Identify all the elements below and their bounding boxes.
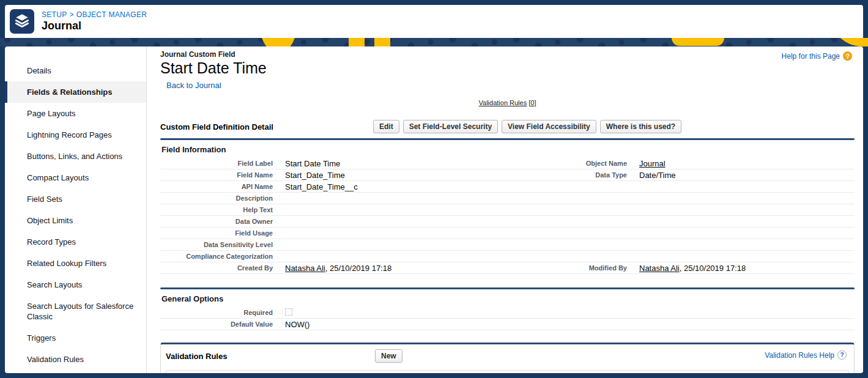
sidebar-item-related-lookup-filters[interactable]: Related Lookup Filters <box>5 253 146 274</box>
sidebar-item-page-layouts[interactable]: Page Layouts <box>5 103 146 124</box>
view-field-accessibility-button[interactable]: View Field Accessibility <box>502 120 596 133</box>
table-row: Default Value NOW() <box>160 319 855 330</box>
table-row: API Name Start_Date_Time__c <box>160 181 855 193</box>
detail-section-heading: Custom Field Definition Detail <box>160 122 373 132</box>
decorative-banner <box>0 38 868 46</box>
table-row: Field Label Start Date Time Object Name … <box>160 158 855 169</box>
object-manager-logo <box>10 9 34 34</box>
sidebar-item-lightning-record-pages[interactable]: Lightning Record Pages <box>5 124 146 146</box>
object-manager-sidebar: Details Fields & Relationships Page Layo… <box>5 46 147 373</box>
field-usage-label: Field Usage <box>160 229 275 237</box>
sidebar-item-buttons-links-actions[interactable]: Buttons, Links, and Actions <box>5 146 146 167</box>
new-validation-rule-button[interactable]: New <box>375 349 402 363</box>
set-field-level-security-button[interactable]: Set Field-Level Security <box>403 120 498 133</box>
data-type-label: Data Type <box>505 171 627 179</box>
sidebar-item-object-limits[interactable]: Object Limits <box>5 210 146 231</box>
no-validation-rules-message: No validation rules defined. <box>166 370 849 373</box>
compliance-categorization-label: Compliance Categorization <box>160 253 275 260</box>
help-text-label: Help Text <box>160 206 275 213</box>
field-label-label: Field Label <box>160 160 275 167</box>
table-row: Compliance Categorization <box>160 251 855 262</box>
sidebar-item-validation-rules[interactable]: Validation Rules <box>5 349 146 370</box>
setup-header: SETUP>OBJECT MANAGER Journal <box>5 5 863 38</box>
sidebar-item-field-sets[interactable]: Field Sets <box>5 188 146 210</box>
table-row: Data Sensitivity Level <box>160 239 855 251</box>
help-question-icon[interactable]: ? <box>843 51 852 61</box>
field-name-label: Field Name <box>160 171 275 179</box>
breadcrumb-setup[interactable]: SETUP <box>42 10 67 19</box>
sidebar-item-compact-layouts[interactable]: Compact Layouts <box>5 167 146 188</box>
table-row: Created By Natasha Ali, 25/10/2019 17:18… <box>160 262 855 274</box>
required-checkbox <box>285 308 292 316</box>
sidebar-item-details[interactable]: Details <box>5 60 146 81</box>
banner-yellow-bar <box>349 38 365 46</box>
journal-object-link[interactable]: Journal <box>639 159 666 168</box>
page-eyebrow: Journal Custom Field <box>160 50 855 59</box>
validation-rules-panel: Validation Rules New Validation Rules He… <box>160 343 855 373</box>
table-row: Help Text <box>160 204 855 216</box>
object-title: Journal <box>42 20 147 32</box>
field-information-heading: Field Information <box>160 140 855 158</box>
description-label: Description <box>160 195 275 202</box>
breadcrumb-object-manager[interactable]: OBJECT MANAGER <box>76 10 147 19</box>
api-name-label: API Name <box>160 183 275 190</box>
banner-dots-pattern <box>0 38 868 46</box>
required-label: Required <box>160 309 275 316</box>
validation-rules-heading: Validation Rules <box>166 352 375 361</box>
modified-by-datetime: , 25/10/2019 17:18 <box>680 264 746 273</box>
sidebar-item-search-layouts[interactable]: Search Layouts <box>5 274 146 295</box>
default-value: NOW() <box>275 320 505 329</box>
back-to-journal-link[interactable]: Back to Journal <box>166 81 221 90</box>
default-value-label: Default Value <box>160 321 275 328</box>
sidebar-item-search-layouts-classic[interactable]: Search Layouts for Salesforce Classic <box>5 295 146 327</box>
breadcrumb: SETUP>OBJECT MANAGER <box>42 10 147 19</box>
general-options-heading: General Options <box>160 289 855 307</box>
table-row: Data Owner <box>160 216 855 228</box>
validation-rules-help-icon[interactable]: ? <box>837 350 847 360</box>
related-quick-links: Validation Rules [0] <box>160 99 855 106</box>
sidebar-item-record-types[interactable]: Record Types <box>5 231 146 253</box>
banner-yellow-dome <box>672 38 724 46</box>
object-name-label: Object Name <box>505 160 627 167</box>
validation-rules-help-link[interactable]: Validation Rules Help <box>765 351 834 360</box>
created-by-user-link[interactable]: Natasha Ali <box>285 264 325 273</box>
help-for-this-page-link[interactable]: Help for this Page <box>782 52 840 61</box>
sidebar-item-fields-relationships[interactable]: Fields & Relationships <box>5 81 146 103</box>
table-row: Field Name Start_Date_Time Data Type Dat… <box>160 169 855 181</box>
validation-rules-quick-link[interactable]: Validation Rules <box>479 99 527 106</box>
data-sensitivity-level-label: Data Sensitivity Level <box>160 241 275 248</box>
table-row: Field Usage <box>160 228 855 239</box>
created-by-datetime: , 25/10/2019 17:18 <box>325 264 391 273</box>
page-title: Start Date Time <box>160 59 855 77</box>
data-type-value: Date/Time <box>627 171 855 180</box>
sidebar-item-triggers[interactable]: Triggers <box>5 327 146 349</box>
bracket-close: ] <box>534 99 536 106</box>
field-detail-main: Help for this Page ? Journal Custom Fiel… <box>147 46 863 373</box>
modified-by-label: Modified By <box>505 264 627 272</box>
where-is-this-used-button[interactable]: Where is this used? <box>600 120 681 133</box>
data-owner-label: Data Owner <box>160 218 275 225</box>
edit-button[interactable]: Edit <box>373 120 399 133</box>
content-panel: Details Fields & Relationships Page Layo… <box>5 46 863 373</box>
breadcrumb-separator: > <box>70 10 74 19</box>
api-name-value: Start_Date_Time__c <box>275 182 505 191</box>
table-row: Required <box>160 307 855 319</box>
field-label-value: Start Date Time <box>275 159 505 168</box>
created-by-label: Created By <box>160 264 275 272</box>
layers-icon <box>14 12 30 31</box>
field-name-value: Start_Date_Time <box>275 171 505 180</box>
field-information-table: Field Label Start Date Time Object Name … <box>160 158 855 274</box>
modified-by-user-link[interactable]: Natasha Ali <box>639 264 680 273</box>
banner-yellow-bar <box>374 38 390 46</box>
table-row: Description <box>160 193 855 204</box>
